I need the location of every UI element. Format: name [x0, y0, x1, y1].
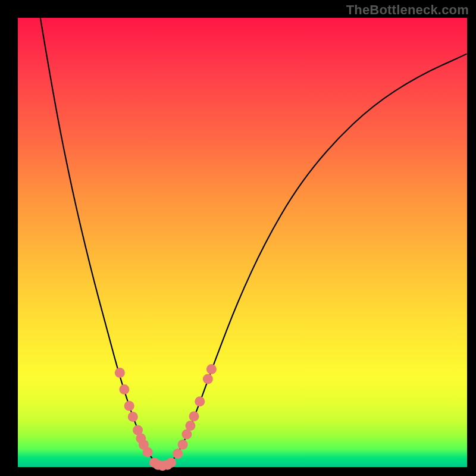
plot-area: [18, 18, 467, 467]
data-point: [128, 412, 138, 422]
chart-svg: [18, 18, 467, 467]
watermark-text: TheBottleneck.com: [346, 2, 469, 18]
data-point: [115, 368, 125, 378]
data-point: [206, 364, 217, 374]
data-point: [185, 421, 195, 431]
chart-frame: TheBottleneck.com: [0, 0, 476, 476]
data-point: [124, 401, 134, 411]
data-point: [119, 384, 129, 394]
data-point: [143, 447, 153, 458]
data-point: [178, 440, 188, 450]
data-point: [189, 411, 199, 421]
bottleneck-curve: [40, 18, 467, 465]
data-markers: [115, 364, 217, 471]
data-point: [173, 449, 183, 459]
data-point: [166, 458, 176, 468]
data-point: [203, 374, 213, 384]
data-point: [195, 396, 205, 406]
